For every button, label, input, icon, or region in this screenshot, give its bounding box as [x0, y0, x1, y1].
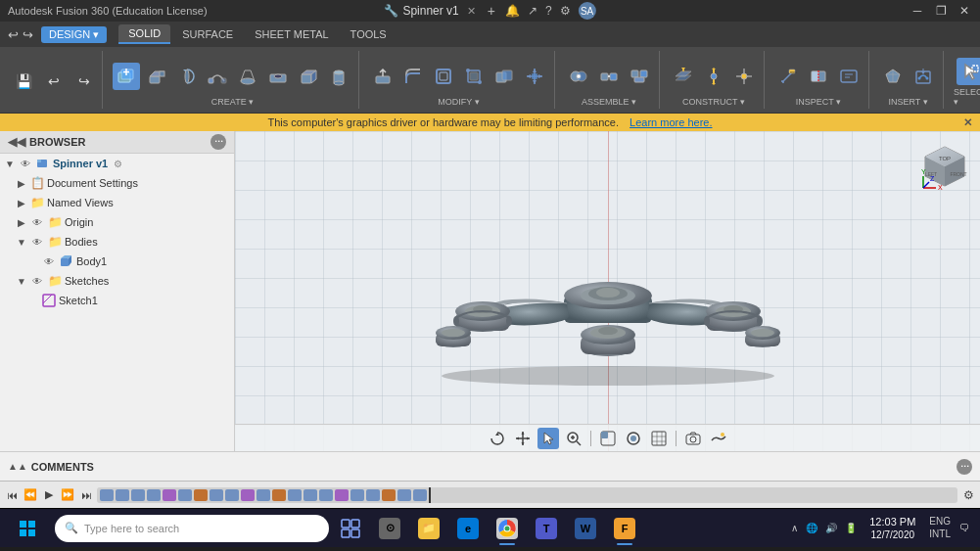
- browser-collapse-btn[interactable]: ◀◀: [8, 135, 25, 149]
- tl-prev-btn[interactable]: ⏪: [23, 487, 38, 503]
- press-pull-icon[interactable]: [369, 63, 397, 90]
- minimize-btn[interactable]: ─: [910, 3, 925, 19]
- extrude-icon[interactable]: [143, 63, 170, 90]
- tl-item-0[interactable]: [100, 489, 114, 501]
- insert-mesh-icon[interactable]: [879, 63, 907, 90]
- tl-item-13[interactable]: [303, 489, 317, 501]
- tl-item-16[interactable]: [350, 489, 364, 501]
- cortana-btn[interactable]: ⊙: [372, 511, 407, 546]
- systray-notification[interactable]: 🗨: [957, 523, 972, 533]
- save-tool[interactable]: 💾: [10, 68, 37, 95]
- tl-item-5[interactable]: [178, 489, 192, 501]
- tree-item-sketches[interactable]: ▼ 👁 📁 Sketches: [0, 271, 234, 291]
- tl-item-11[interactable]: [272, 489, 286, 501]
- start-button[interactable]: [4, 509, 51, 548]
- tl-item-7[interactable]: [210, 489, 223, 501]
- loft-icon[interactable]: [234, 63, 261, 90]
- bodies-visibility-icon[interactable]: 👁: [29, 234, 45, 250]
- tl-settings-btn[interactable]: ⚙: [960, 487, 976, 503]
- tl-item-20[interactable]: [413, 489, 427, 501]
- systray-lang[interactable]: ENG INTL: [929, 515, 951, 540]
- combine-icon[interactable]: [490, 63, 518, 90]
- tl-item-19[interactable]: [397, 489, 411, 501]
- bell-btn[interactable]: 🔔: [505, 4, 520, 18]
- redo-btn[interactable]: ↪: [23, 27, 33, 42]
- tl-item-14[interactable]: [319, 489, 333, 501]
- systray-speaker[interactable]: 🔊: [822, 523, 840, 533]
- zoom-extent-btn[interactable]: [563, 428, 584, 449]
- sweep-icon[interactable]: [204, 63, 231, 90]
- visual-style-btn[interactable]: [623, 428, 644, 449]
- tree-item-sketch1[interactable]: ▶ Sketch1: [0, 291, 234, 310]
- tree-item-bodies[interactable]: ▼ 👁 📁 Bodies: [0, 232, 234, 252]
- redo-tool[interactable]: ↪: [70, 68, 98, 95]
- comments-collapse-btn[interactable]: ▲▲: [8, 461, 27, 472]
- word-btn[interactable]: W: [568, 511, 603, 546]
- tab-solid[interactable]: SOLID: [118, 24, 170, 44]
- body1-visibility-icon[interactable]: 👁: [41, 253, 57, 269]
- account-btn[interactable]: SA: [579, 2, 596, 20]
- display-settings-icon[interactable]: [835, 63, 863, 90]
- grid-settings-btn[interactable]: [648, 428, 670, 449]
- root-options-icon[interactable]: ⚙: [114, 159, 122, 169]
- view-cube[interactable]: TOP LEFT FRONT X Y Z: [918, 139, 972, 193]
- joint-icon[interactable]: [565, 63, 592, 90]
- systray-network[interactable]: 🌐: [803, 523, 820, 533]
- tl-end-btn[interactable]: ⏭: [78, 487, 94, 503]
- section-analysis-icon[interactable]: [805, 63, 832, 90]
- undo-tool[interactable]: ↩: [40, 68, 68, 95]
- share-btn[interactable]: ↗: [528, 4, 537, 18]
- select-mode-btn[interactable]: [537, 428, 559, 449]
- scale-icon[interactable]: [460, 63, 488, 90]
- shell-icon[interactable]: [430, 63, 457, 90]
- systray-datetime[interactable]: 12:03 PM 12/7/2020: [865, 515, 919, 541]
- warning-link[interactable]: Learn more here.: [630, 116, 712, 128]
- browser-options-btn[interactable]: ⋯: [210, 134, 226, 150]
- camera-btn[interactable]: [682, 428, 704, 449]
- systray-up-arrow[interactable]: ∧: [788, 523, 801, 533]
- tl-item-8[interactable]: [225, 489, 239, 501]
- task-view-btn[interactable]: [333, 511, 368, 546]
- warning-close-btn[interactable]: ✕: [963, 116, 972, 129]
- tl-item-3[interactable]: [147, 489, 161, 501]
- tl-item-10[interactable]: [257, 489, 270, 501]
- revolve-icon[interactable]: [173, 63, 201, 90]
- orbit-tool[interactable]: [487, 428, 508, 449]
- close-btn[interactable]: ✕: [957, 3, 972, 19]
- settings-btn[interactable]: ⚙: [560, 4, 571, 18]
- tree-item-body1[interactable]: ▶ 👁 Body1: [0, 252, 234, 271]
- offset-plane-icon[interactable]: [670, 63, 697, 90]
- insert-svg-icon[interactable]: [910, 63, 937, 90]
- rigid-group-icon[interactable]: [626, 63, 653, 90]
- undo-btn[interactable]: ↩: [8, 27, 19, 42]
- tl-next-btn[interactable]: ⏩: [60, 487, 75, 503]
- tab-close-btn[interactable]: ✕: [467, 5, 476, 18]
- cylinder-icon[interactable]: [325, 63, 352, 90]
- tl-item-2[interactable]: [131, 489, 145, 501]
- tab-surface[interactable]: SURFACE: [172, 25, 243, 43]
- fillet-icon[interactable]: [399, 63, 427, 90]
- tree-item-doc-settings[interactable]: ▶ 📋 Document Settings: [0, 173, 234, 193]
- as-built-joint-icon[interactable]: [595, 63, 623, 90]
- maximize-btn[interactable]: ❐: [933, 3, 949, 19]
- tl-item-18[interactable]: [382, 489, 396, 501]
- viewport[interactable]: TOP LEFT FRONT X Y Z: [235, 131, 980, 451]
- origin-visibility-icon[interactable]: 👁: [29, 214, 45, 230]
- help-btn[interactable]: ?: [545, 4, 552, 18]
- fusion360-btn[interactable]: F: [607, 511, 642, 546]
- pan-tool[interactable]: [512, 428, 534, 449]
- root-visibility-icon[interactable]: 👁: [18, 156, 33, 171]
- tree-item-root[interactable]: ▼ 👁 Spinner v1 ⚙: [0, 154, 234, 173]
- chrome-btn[interactable]: [490, 511, 525, 546]
- tl-play-btn[interactable]: ▶: [41, 487, 57, 503]
- display-mode-btn[interactable]: [597, 428, 619, 449]
- tree-item-origin[interactable]: ▶ 👁 📁 Origin: [0, 212, 234, 232]
- tl-item-9[interactable]: [241, 489, 255, 501]
- add-tab-btn[interactable]: +: [488, 3, 495, 19]
- tl-item-1[interactable]: [116, 489, 129, 501]
- measure-icon[interactable]: mm: [774, 63, 802, 90]
- select-tool-icon[interactable]: [957, 58, 980, 85]
- tree-item-named-views[interactable]: ▶ 📁 Named Views: [0, 193, 234, 212]
- tab-sheet-metal[interactable]: SHEET METAL: [245, 25, 338, 43]
- hole-icon[interactable]: [264, 63, 292, 90]
